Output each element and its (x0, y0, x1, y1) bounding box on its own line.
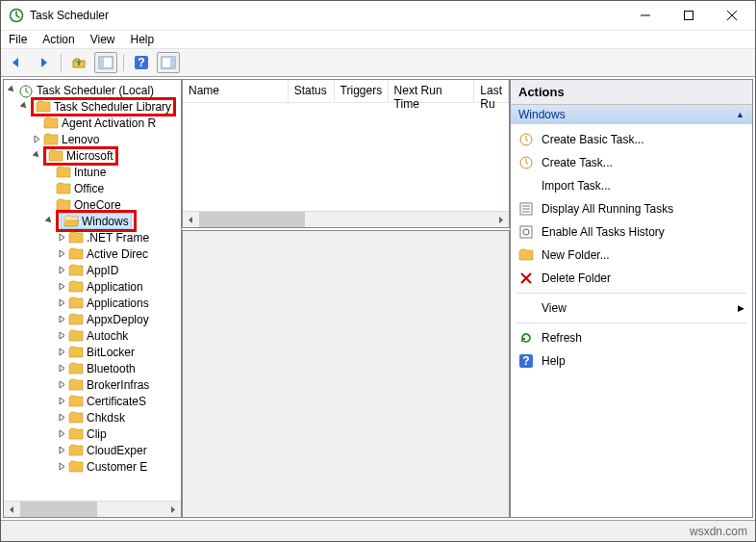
collapse-icon[interactable] (31, 149, 43, 162)
collapse-icon[interactable] (43, 215, 56, 227)
expand-icon[interactable] (56, 280, 68, 293)
collapse-icon[interactable]: ▲ (736, 110, 744, 119)
menu-action[interactable]: Action (42, 33, 74, 46)
list-scrollbar-h[interactable] (183, 211, 509, 227)
tree-item[interactable]: Autochk (4, 327, 181, 344)
action-create-task[interactable]: Create Task... (515, 151, 748, 174)
back-button[interactable] (5, 52, 28, 73)
folder-icon (43, 116, 59, 130)
tree-label: Task Scheduler Library (54, 100, 171, 114)
action-display-all-running[interactable]: Display All Running Tasks (515, 197, 748, 220)
actions-context[interactable]: Windows ▲ (511, 105, 752, 124)
action-enable-history[interactable]: Enable All Tasks History (515, 220, 748, 244)
collapse-icon[interactable] (6, 84, 18, 96)
tree-item-microsoft[interactable]: Microsoft (4, 147, 181, 164)
expand-icon[interactable] (56, 362, 68, 374)
tree-item[interactable]: CloudExper (4, 442, 181, 458)
expand-icon[interactable] (56, 247, 68, 260)
forward-button[interactable] (32, 52, 55, 73)
scroll-thumb[interactable] (199, 212, 305, 227)
tree-item[interactable]: Chkdsk (4, 409, 181, 426)
tree-item[interactable]: .NET Frame (4, 229, 181, 245)
tree-item[interactable]: Applications (4, 295, 181, 311)
task-list-body[interactable] (183, 103, 509, 211)
tree-label: Lenovo (62, 133, 99, 146)
scroll-left-icon[interactable] (4, 502, 20, 517)
collapse-icon[interactable] (18, 100, 31, 113)
toolbar-separator (123, 54, 124, 71)
toolbar-separator (61, 54, 62, 71)
tree-root[interactable]: Task Scheduler (Local) (4, 82, 181, 98)
tree-item[interactable]: Office (4, 180, 181, 196)
expand-icon[interactable] (56, 411, 68, 424)
tree-item[interactable]: Application (4, 278, 181, 295)
expand-icon[interactable] (56, 329, 68, 342)
scroll-thumb[interactable] (20, 502, 97, 517)
folder-icon (68, 264, 84, 277)
action-new-folder[interactable]: New Folder... (515, 244, 748, 267)
tree-item[interactable]: Lenovo (4, 131, 181, 147)
scroll-right-icon[interactable] (492, 212, 509, 227)
tree-item[interactable]: Intune (4, 164, 181, 180)
submenu-arrow-icon: ▶ (738, 303, 744, 313)
menubar: File Action View Help (1, 30, 755, 49)
action-view[interactable]: View ▶ (515, 297, 748, 320)
action-help[interactable]: ? Help (515, 349, 748, 373)
expand-icon[interactable] (56, 231, 68, 244)
view-button-1[interactable] (94, 52, 117, 73)
help-button[interactable]: ? (130, 52, 153, 73)
tree-item-library[interactable]: Task Scheduler Library (4, 98, 181, 115)
col-status[interactable]: Status (289, 80, 335, 103)
menu-view[interactable]: View (90, 33, 115, 46)
expand-icon[interactable] (56, 313, 68, 325)
action-import-task[interactable]: Import Task... (515, 174, 748, 197)
action-label: Delete Folder (542, 271, 611, 285)
action-label: Enable All Tasks History (542, 225, 665, 239)
tree-item[interactable]: AppxDeploy (4, 311, 181, 327)
tree-item[interactable]: Active Direc (4, 245, 181, 262)
col-name[interactable]: Name (183, 80, 289, 103)
tree-item[interactable]: Bluetooth (4, 360, 181, 376)
view-button-2[interactable] (157, 52, 180, 73)
up-button[interactable] (67, 52, 90, 73)
expand-icon[interactable] (56, 395, 68, 407)
expand-icon[interactable] (31, 133, 43, 145)
col-triggers[interactable]: Triggers (335, 80, 389, 103)
tree-item[interactable]: CertificateS (4, 393, 181, 409)
scroll-right-icon[interactable] (164, 502, 181, 517)
expand-icon[interactable] (56, 427, 68, 440)
task-list: Name Status Triggers Next Run Time Last … (182, 79, 510, 228)
minimize-button[interactable] (623, 2, 667, 30)
expand-icon[interactable] (56, 264, 68, 276)
close-button[interactable] (710, 2, 753, 30)
expand-icon[interactable] (56, 378, 68, 391)
menu-file[interactable]: File (9, 33, 27, 46)
expand-icon[interactable] (56, 444, 68, 456)
tree-item[interactable]: Agent Activation R (4, 115, 181, 131)
tree-label: Active Direc (87, 247, 148, 261)
expand-icon[interactable] (56, 460, 68, 473)
tree-label: Application (87, 280, 143, 294)
maximize-button[interactable] (667, 2, 710, 30)
tree-item[interactable]: Clip (4, 426, 181, 442)
tree-item-windows[interactable]: Windows (4, 213, 181, 229)
expand-icon[interactable] (56, 297, 68, 309)
action-create-basic-task[interactable]: Create Basic Task... (515, 128, 748, 151)
tree[interactable]: Task Scheduler (Local) Task Scheduler Li… (4, 80, 181, 501)
action-delete-folder[interactable]: Delete Folder (515, 267, 748, 290)
folder-icon (43, 133, 59, 146)
tree-item[interactable]: Customer E (4, 458, 181, 475)
menu-help[interactable]: Help (131, 33, 155, 46)
folder-icon (518, 247, 534, 263)
expand-icon[interactable] (56, 346, 68, 358)
col-last[interactable]: Last Ru (474, 80, 509, 103)
action-refresh[interactable]: Refresh (515, 326, 748, 349)
scroll-left-icon[interactable] (183, 212, 199, 227)
help-icon: ? (518, 353, 534, 369)
tree-item[interactable]: AppID (4, 262, 181, 278)
folder-icon (68, 395, 84, 408)
tree-item[interactable]: BitLocker (4, 344, 181, 360)
tree-scrollbar-h[interactable] (4, 501, 181, 517)
col-next[interactable]: Next Run Time (389, 80, 475, 103)
tree-item[interactable]: BrokerInfras (4, 376, 181, 393)
